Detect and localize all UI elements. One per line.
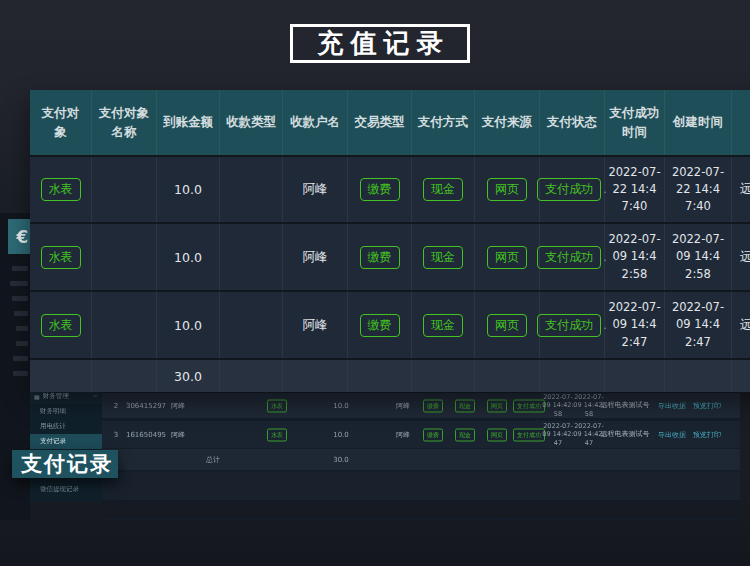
- export-receipt-link[interactable]: 导出收据: [658, 401, 686, 411]
- pay-status-cell: 支付成功.: [540, 157, 605, 222]
- user-name: 阿峰: [171, 401, 185, 411]
- order-id: 306415297: [126, 402, 166, 410]
- col-header-success-time: 支付成功时间: [605, 90, 665, 155]
- pay-method-badge: 现金: [423, 246, 463, 269]
- menu-item-wechat-withdraw[interactable]: 微信提现记录: [30, 477, 102, 502]
- col-header-receive-type: 收款类型: [220, 90, 283, 155]
- pay-source-badge: 网页: [487, 178, 527, 201]
- print-preview-link[interactable]: 预览打印: [693, 430, 721, 440]
- table-row: 水表 10.0 阿峰 缴费 现金 网页 支付成功. 2022-07-09 14:…: [30, 290, 750, 358]
- pay-method-cell: 现金: [412, 224, 475, 290]
- trade-type-cell: 缴费: [348, 157, 412, 222]
- success-time-cell: 2022-07-09 14:42:47: [605, 292, 665, 358]
- sidebar-item-fragment: [13, 371, 28, 376]
- pay-status-badge: 支付成功: [537, 178, 601, 201]
- user-name: 阿峰: [171, 430, 185, 440]
- success-time-cell: 2022-07-22 14:47:40: [605, 157, 665, 222]
- account-partial-cell: 远: [732, 157, 750, 222]
- pay-object-cell: 水表: [30, 292, 92, 358]
- sidebar-item-fragment: [13, 356, 28, 361]
- menu-item-power-stats[interactable]: 用电统计: [30, 419, 102, 434]
- pay-source-badge: 网页: [487, 246, 527, 269]
- trade-type-badge: 缴费: [423, 428, 443, 441]
- totals-row: 30.0: [30, 358, 750, 392]
- amount-cell: 10.0: [157, 224, 220, 290]
- trade-type-badge: 缴费: [360, 314, 400, 337]
- totals-label: 总计: [206, 455, 220, 465]
- print-preview-link[interactable]: 预览打印: [693, 401, 721, 411]
- col-header-object-name: 支付对象名称: [92, 90, 157, 155]
- success-time-cell: 2022-07-09 14:42:58: [605, 224, 665, 290]
- payee-cell: 阿峰: [283, 224, 348, 290]
- pay-source-badge: 网页: [487, 428, 507, 441]
- amount-cell: 10.0: [157, 157, 220, 222]
- success-time: 2022-07-09 14:42:58: [542, 392, 574, 418]
- create-time-cell: 2022-07-09 14:42:58: [665, 224, 732, 290]
- col-header-payee: 收款户名: [283, 90, 348, 155]
- pay-object-cell: 水表: [30, 157, 92, 222]
- pay-source-badge: 网页: [487, 314, 527, 337]
- col-header-pay-status: 支付状态: [540, 90, 605, 155]
- trade-type-cell: 缴费: [348, 292, 412, 358]
- account-name: 远程电表测试号: [598, 401, 652, 410]
- col-header-trade-type: 交易类型: [348, 90, 412, 155]
- row-number: 2: [114, 402, 118, 410]
- amount: 10.0: [333, 431, 349, 439]
- object-name-cell: [92, 292, 157, 358]
- pay-status-badge: 支付成功: [513, 399, 545, 412]
- menu-item-payment-records[interactable]: 支付记录: [30, 434, 102, 449]
- sidebar-item-fragment: [14, 311, 28, 316]
- pay-object-cell: 水表: [30, 224, 92, 290]
- table-header-row: 支付对象 支付对象名称 到账金额 收款类型 收款户名 交易类型 支付方式 支付来…: [30, 90, 750, 155]
- col-header-amount: 到账金额: [157, 90, 220, 155]
- account-name: 远程电表测试号: [598, 430, 652, 439]
- totals-amount: 30.0: [157, 360, 220, 392]
- sidebar-item-fragment: [12, 296, 28, 301]
- col-header-pay-object: 支付对象: [30, 90, 92, 155]
- pay-source-cell: 网页: [475, 292, 540, 358]
- empty-row: [102, 472, 740, 500]
- create-time-cell: 2022-07-22 14:47:40: [665, 157, 732, 222]
- pay-status-badge: 支付成功: [513, 428, 545, 441]
- sidebar-item-fragment: [16, 341, 28, 346]
- pay-status-badge: 支付成功: [537, 246, 601, 269]
- pay-method-badge: 现金: [455, 399, 475, 412]
- receive-type-cell: [220, 292, 283, 358]
- pay-source-cell: 网页: [475, 224, 540, 290]
- pay-status-cell: 支付成功.: [540, 292, 605, 358]
- col-header-pay-source: 支付来源: [475, 90, 540, 155]
- pay-object-badge: 水表: [41, 314, 81, 337]
- table-row: 水表 10.0 阿峰 缴费 现金 网页 支付成功. 2022-07-09 14:…: [30, 222, 750, 290]
- pay-object-badge: 水表: [267, 428, 287, 441]
- menu-callout-payment-records[interactable]: 支付记录: [12, 450, 118, 478]
- recharge-record-table: 支付对象 支付对象名称 到账金额 收款类型 收款户名 交易类型 支付方式 支付来…: [30, 90, 750, 392]
- col-header-partial: [732, 90, 750, 155]
- table-row: 2 306415297 阿峰 水表 10.0 阿峰 缴费 现金 网页 支付成功 …: [102, 393, 740, 418]
- table-row: 3 161650495 阿峰 水表 10.0 阿峰 缴费 现金 网页 支付成功 …: [102, 421, 740, 448]
- trade-type-badge: 缴费: [360, 246, 400, 269]
- export-receipt-link[interactable]: 导出收据: [658, 430, 686, 440]
- object-name-cell: [92, 157, 157, 222]
- menu-item-finance-detail[interactable]: 财务明细: [30, 404, 102, 419]
- totals-amount: 30.0: [333, 456, 349, 464]
- payee-cell: 阿峰: [283, 292, 348, 358]
- payee-name: 阿峰: [396, 401, 410, 411]
- totals-row: 总计 30.0: [102, 449, 740, 470]
- pay-object-badge: 水表: [267, 399, 287, 412]
- page-title: 充值记录: [290, 24, 470, 63]
- sidebar-item-fragment: [16, 326, 28, 331]
- pay-source-badge: 网页: [487, 399, 507, 412]
- pay-status-badge: 支付成功: [537, 314, 601, 337]
- pay-method-cell: 现金: [412, 157, 475, 222]
- pay-status-cell: 支付成功.: [540, 224, 605, 290]
- pay-source-cell: 网页: [475, 157, 540, 222]
- pay-method-cell: 现金: [412, 292, 475, 358]
- table-footer-strip: [102, 500, 740, 518]
- pay-method-badge: 现金: [423, 178, 463, 201]
- col-header-pay-method: 支付方式: [412, 90, 475, 155]
- pay-method-badge: 现金: [423, 314, 463, 337]
- object-name-cell: [92, 224, 157, 290]
- payee-cell: 阿峰: [283, 157, 348, 222]
- logo-glyph: €: [17, 227, 29, 247]
- amount-cell: 10.0: [157, 292, 220, 358]
